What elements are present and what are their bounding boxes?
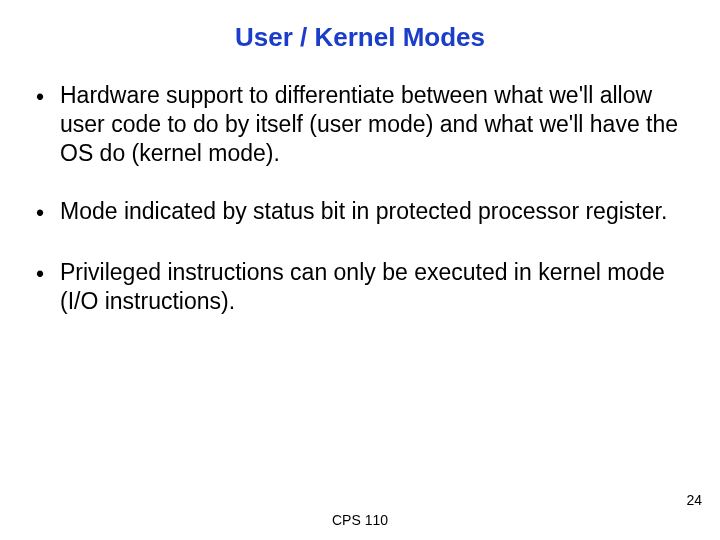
bullet-marker: •: [30, 81, 60, 112]
footer-page-number: 24: [686, 492, 702, 508]
bullet-text: Mode indicated by status bit in protecte…: [60, 197, 680, 226]
bullet-text: Privileged instructions can only be exec…: [60, 258, 680, 316]
slide-content: • Hardware support to differentiate betw…: [0, 81, 720, 316]
slide-title: User / Kernel Modes: [0, 0, 720, 81]
bullet-item: • Privileged instructions can only be ex…: [30, 258, 680, 316]
bullet-text: Hardware support to differentiate betwee…: [60, 81, 680, 167]
bullet-marker: •: [30, 197, 60, 228]
bullet-marker: •: [30, 258, 60, 289]
bullet-item: • Hardware support to differentiate betw…: [30, 81, 680, 167]
footer-course-code: CPS 110: [332, 512, 388, 528]
bullet-item: • Mode indicated by status bit in protec…: [30, 197, 680, 228]
